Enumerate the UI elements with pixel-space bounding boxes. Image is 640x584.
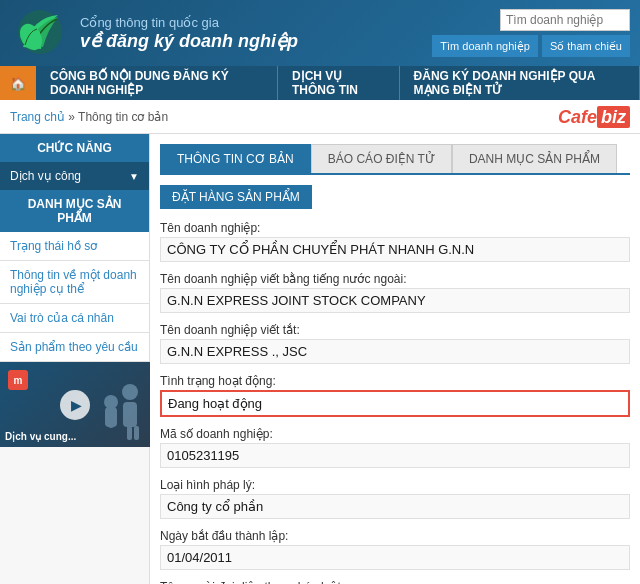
logo-area: [10, 8, 70, 58]
field-value-3: Đang hoạt động: [160, 390, 630, 417]
field-value-0: CÔNG TY CỔ PHẦN CHUYỂN PHÁT NHANH G.N.N: [160, 237, 630, 262]
chuc-nang-section: CHỨC NĂNG Dịch vụ công ▼: [0, 134, 149, 190]
video-label: Dịch vụ cung...: [5, 431, 76, 442]
field-dai-dien: Tên người đại diện theo pháp luật: HOÀNG…: [160, 580, 630, 584]
main-container: CHỨC NĂNG Dịch vụ công ▼ DANH MỤC SẢN PH…: [0, 134, 640, 584]
dich-vu-cong-label: Dịch vụ công: [10, 169, 81, 183]
field-ngay-thanh-lap: Ngày bắt đầu thành lập: 01/04/2011: [160, 529, 630, 570]
field-label-6: Ngày bắt đầu thành lập:: [160, 529, 630, 543]
breadcrumb-current: Thông tin cơ bản: [78, 110, 168, 124]
field-value-4: 0105231195: [160, 443, 630, 468]
search-input[interactable]: [500, 9, 630, 31]
svg-point-5: [104, 395, 118, 409]
field-value-1: G.N.N EXPRESS JOINT STOCK COMPANY: [160, 288, 630, 313]
field-value-6: 01/04/2011: [160, 545, 630, 570]
video-thumbnail[interactable]: m Dịch vụ cung...: [0, 362, 150, 447]
search-button[interactable]: Tìm doanh nghiệp: [432, 35, 538, 57]
svg-rect-7: [127, 426, 132, 440]
nav-item-2[interactable]: ĐĂNG KÝ DOANH NGHIỆP QUA MẠNG ĐIỆN TỬ: [400, 66, 640, 100]
field-label-4: Mã số doanh nghiệp:: [160, 427, 630, 441]
svg-rect-8: [134, 426, 139, 440]
sidebar-item-trang-thai[interactable]: Trạng thái hồ sơ: [0, 232, 149, 261]
header-main-title: về đăng ký doanh nghiệp: [80, 30, 422, 52]
header-search-area: Tìm doanh nghiệp Số tham chiếu: [432, 9, 630, 57]
tab-danh-muc-san-pham[interactable]: DANH MỤC SẢN PHẨM: [452, 144, 617, 173]
cafebiz-logo: Cafebiz: [558, 105, 630, 128]
sidebar-item-vai-tro[interactable]: Vai trò của cá nhân: [0, 304, 149, 333]
sidebar: CHỨC NĂNG Dịch vụ công ▼ DANH MỤC SẢN PH…: [0, 134, 150, 584]
breadcrumb-home[interactable]: Trang chủ: [10, 110, 65, 124]
navbar: 🏠 CÔNG BỐ NỘI DUNG ĐĂNG KÝ DOANH NGHIỆP …: [0, 66, 640, 100]
tab-bao-cao-dien-tu[interactable]: BÁO CÁO ĐIỆN TỬ: [311, 144, 452, 173]
header: Cổng thông tin quốc gia về đăng ký doanh…: [0, 0, 640, 66]
breadcrumb: Trang chủ » Thông tin cơ bản Cafebiz: [0, 100, 640, 134]
dich-vu-cong-dropdown[interactable]: Dịch vụ công ▼: [0, 162, 149, 190]
header-subtitle: Cổng thông tin quốc gia: [80, 15, 422, 30]
svg-point-2: [122, 384, 138, 400]
breadcrumb-separator: »: [68, 110, 78, 124]
field-tinh-trang: Tình trạng hoạt động: Đang hoạt động: [160, 374, 630, 417]
chuc-nang-header: CHỨC NĂNG: [0, 134, 149, 162]
danh-muc-header: DANH MỤC SẢN PHẨM: [0, 190, 149, 232]
field-label-2: Tên doanh nghiệp viết tắt:: [160, 323, 630, 337]
form-ref-button[interactable]: Số tham chiếu: [542, 35, 630, 57]
field-ten-doanh-nghiep: Tên doanh nghiệp: CÔNG TY CỔ PHẦN CHUYỂN…: [160, 221, 630, 262]
home-nav-button[interactable]: 🏠: [0, 66, 36, 100]
nav-item-0[interactable]: CÔNG BỐ NỘI DUNG ĐĂNG KÝ DOANH NGHIỆP: [36, 66, 278, 100]
field-label-5: Loại hình pháp lý:: [160, 478, 630, 492]
field-loai-hinh: Loại hình pháp lý: Công ty cổ phần: [160, 478, 630, 519]
field-label-7: Tên người đại diện theo pháp luật:: [160, 580, 630, 584]
order-product-button[interactable]: ĐẶT HÀNG SẢN PHẨM: [160, 185, 312, 209]
header-title: Cổng thông tin quốc gia về đăng ký doanh…: [80, 15, 422, 52]
sidebar-item-san-pham[interactable]: Sản phẩm theo yêu cầu: [0, 333, 149, 362]
field-ten-nuoc-ngoai: Tên doanh nghiệp viết bằng tiếng nước ng…: [160, 272, 630, 313]
field-ma-so: Mã số doanh nghiệp: 0105231195: [160, 427, 630, 468]
video-play-button[interactable]: [60, 390, 90, 420]
svg-rect-6: [108, 410, 114, 428]
video-channel-icon: m: [8, 370, 28, 390]
dropdown-arrow-icon: ▼: [129, 171, 139, 182]
field-value-5: Công ty cổ phần: [160, 494, 630, 519]
field-label-3: Tình trạng hoạt động:: [160, 374, 630, 388]
tab-bar: THÔNG TIN CƠ BẢN BÁO CÁO ĐIỆN TỬ DANH MỤ…: [160, 144, 630, 175]
tab-thong-tin-co-ban[interactable]: THÔNG TIN CƠ BẢN: [160, 144, 311, 173]
svg-rect-3: [123, 402, 137, 427]
nav-item-1[interactable]: DỊCH VỤ THÔNG TIN: [278, 66, 400, 100]
sidebar-item-thong-tin[interactable]: Thông tin về một doanh nghiệp cụ thể: [0, 261, 149, 304]
content-area: THÔNG TIN CƠ BẢN BÁO CÁO ĐIỆN TỬ DANH MỤ…: [150, 134, 640, 584]
field-label-0: Tên doanh nghiệp:: [160, 221, 630, 235]
field-label-1: Tên doanh nghiệp viết bằng tiếng nước ng…: [160, 272, 630, 286]
leaf-icon: [13, 7, 68, 60]
danh-muc-section: DANH MỤC SẢN PHẨM Trạng thái hồ sơ Thông…: [0, 190, 149, 362]
field-value-2: G.N.N EXPRESS ., JSC: [160, 339, 630, 364]
field-ten-viet-tat: Tên doanh nghiệp viết tắt: G.N.N EXPRESS…: [160, 323, 630, 364]
